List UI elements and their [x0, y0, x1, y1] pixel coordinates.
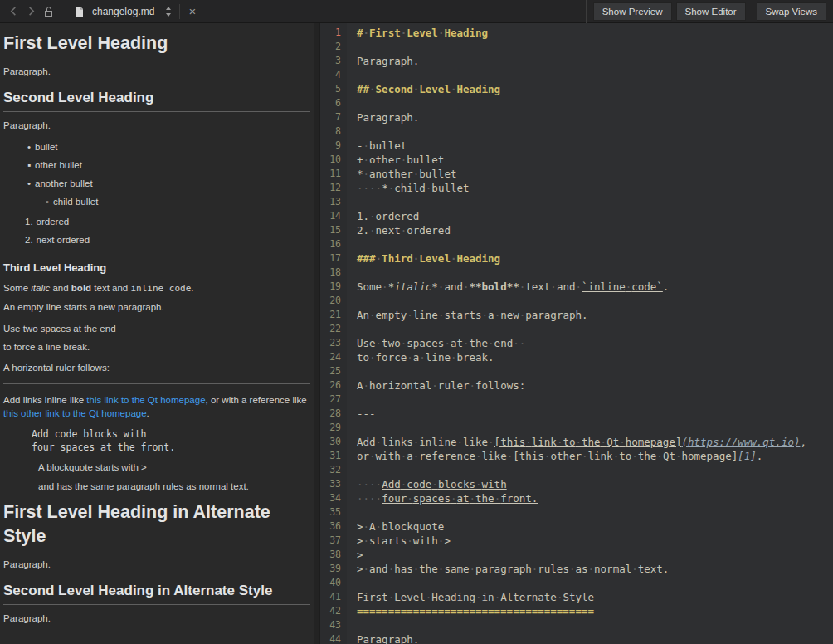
forward-icon[interactable]	[22, 6, 40, 17]
editor-line[interactable]: 2.·next·ordered	[357, 223, 833, 237]
document-icon	[71, 6, 87, 17]
show-preview-button[interactable]: Show Preview	[593, 2, 672, 21]
code-token: Paragraph.	[357, 55, 419, 67]
line-number: 38	[320, 548, 341, 562]
editor-line[interactable]	[357, 237, 833, 251]
line-number: 4	[320, 68, 341, 82]
editor-line[interactable]: or·with·a·reference·like·[this·other·lin…	[357, 449, 833, 463]
file-tab[interactable]: changelog.md	[65, 0, 161, 23]
text-run: Some	[3, 283, 31, 293]
list-item-label: next ordered	[37, 235, 90, 245]
editor-line[interactable]: A·horizontal·ruler·follows:	[357, 378, 833, 393]
close-icon[interactable]: ×	[183, 5, 201, 17]
editor-line[interactable]: ····*·child·bullet	[357, 181, 833, 195]
editor-line[interactable]	[357, 124, 833, 139]
code-token: ,	[800, 436, 806, 448]
back-icon[interactable]	[5, 6, 22, 17]
editor-line[interactable]: ---	[357, 407, 833, 421]
editor-line[interactable]: An·empty·line·starts·a·new·paragraph.	[357, 308, 833, 322]
preview-paragraph: Paragraph.	[3, 120, 310, 132]
editor-line[interactable]: ····four·spaces·at·the·front.	[357, 491, 833, 505]
line-number: 18	[320, 266, 341, 280]
editor-line[interactable]	[357, 195, 833, 209]
editor-line[interactable]	[357, 421, 833, 435]
pane-divider	[314, 23, 320, 644]
editor-line[interactable]: #·First·Level·Heading	[357, 26, 833, 40]
editor-pane[interactable]: 1234567891011121314151617181920212223242…	[320, 23, 833, 644]
code-token: ····	[357, 492, 382, 505]
editor-line[interactable]: >·A·blockquote	[357, 520, 833, 534]
editor-line[interactable]: Paragraph.	[357, 54, 833, 68]
editor-line[interactable]: >	[357, 548, 833, 562]
lock-icon[interactable]	[40, 6, 57, 17]
editor-line[interactable]: ======================================	[357, 604, 833, 618]
code-token: 2.·next·ordered	[357, 224, 451, 237]
editor-line[interactable]: +·other·bullet	[357, 153, 833, 167]
code-token: Add·links·inline·like·	[357, 436, 494, 448]
line-number: 43	[320, 618, 341, 632]
code-area[interactable]: #·First·Level·Heading Paragraph. ##·Seco…	[347, 23, 833, 644]
editor-line[interactable]	[357, 393, 833, 407]
code-token: >·A·blockquote	[357, 520, 444, 533]
editor-line[interactable]: ###·Third·Level·Heading	[357, 251, 833, 266]
editor-line[interactable]: to·force·a·line·break.	[357, 350, 833, 364]
editor-line[interactable]: Paragraph.	[357, 632, 833, 644]
code-token: *italic*	[388, 281, 438, 293]
editor-line[interactable]	[357, 505, 833, 520]
editor-line[interactable]	[357, 96, 833, 110]
code-token: Some·	[357, 281, 388, 293]
code-line: Add code blocks with	[32, 427, 310, 441]
editor-line[interactable]: -·bullet	[357, 139, 833, 153]
line-number: 1	[320, 26, 341, 40]
editor-line[interactable]	[357, 618, 833, 632]
editor-line[interactable]: >·and·has·the·same·paragraph·rules·as·no…	[357, 562, 833, 576]
editor-line[interactable]: *·another·bullet	[357, 167, 833, 181]
line-number: 5	[320, 82, 341, 96]
code-token: .	[757, 450, 763, 462]
line-number: 17	[320, 251, 341, 266]
line-number: 25	[320, 364, 341, 378]
editor-line[interactable]	[357, 266, 833, 280]
code-token: *·another·bullet	[357, 168, 456, 180]
swap-views-button[interactable]: Swap Views	[757, 2, 826, 21]
preview-pane[interactable]: First Level HeadingParagraph.Second Leve…	[0, 23, 314, 644]
editor-line[interactable]: Add·links·inline·like·[this·link·to·the·…	[357, 435, 833, 449]
separator	[179, 4, 180, 19]
code-token: (https://www.qt.io)	[681, 436, 800, 448]
editor-line[interactable]	[357, 294, 833, 308]
link[interactable]: this other link to the Qt homepage	[3, 408, 147, 418]
editor-line[interactable]: 1.·ordered	[357, 209, 833, 223]
line-number: 36	[320, 520, 341, 534]
editor-line[interactable]	[357, 68, 833, 82]
line-number: 44	[320, 632, 341, 644]
code-token: .	[663, 281, 670, 293]
editor-line[interactable]	[357, 364, 833, 378]
split-arrows-icon[interactable]	[161, 6, 176, 17]
editor-line[interactable]: First·Level·Heading·in·Alternate·Style	[357, 590, 833, 604]
preview-heading: Third Level Heading	[3, 261, 310, 274]
editor-line[interactable]: Use·two·spaces·at·the·end··	[357, 336, 833, 350]
line-number: 9	[320, 139, 341, 153]
editor-line[interactable]: >·starts·with·>	[357, 534, 833, 548]
editor-line[interactable]: Some·*italic*·and·**bold**·text·and·`inl…	[357, 280, 833, 294]
show-editor-button[interactable]: Show Editor	[676, 2, 746, 21]
editor-line[interactable]: Paragraph.	[357, 110, 833, 124]
editor-line[interactable]	[357, 322, 833, 336]
line-number: 39	[320, 562, 341, 576]
editor-line[interactable]	[357, 40, 833, 54]
code-token: >·starts·with·>	[357, 534, 451, 547]
editor-line[interactable]	[357, 463, 833, 477]
line-number: 8	[320, 124, 341, 139]
editor-line[interactable]: ##·Second·Level·Heading	[357, 82, 833, 96]
code-token: >	[357, 549, 363, 561]
editor-line[interactable]: ····Add·code·blocks·with	[357, 477, 833, 491]
line-number: 27	[320, 393, 341, 407]
editor-line[interactable]	[357, 576, 833, 590]
line-number: 15	[320, 223, 341, 237]
link[interactable]: this link to the Qt homepage	[86, 395, 205, 405]
bullet-icon: ▪	[25, 156, 33, 174]
ordered-list-item: 1.ordered	[3, 212, 310, 231]
line-number: 40	[320, 576, 341, 590]
list-item-label: other bullet	[35, 160, 82, 170]
text-run: .	[147, 408, 149, 418]
